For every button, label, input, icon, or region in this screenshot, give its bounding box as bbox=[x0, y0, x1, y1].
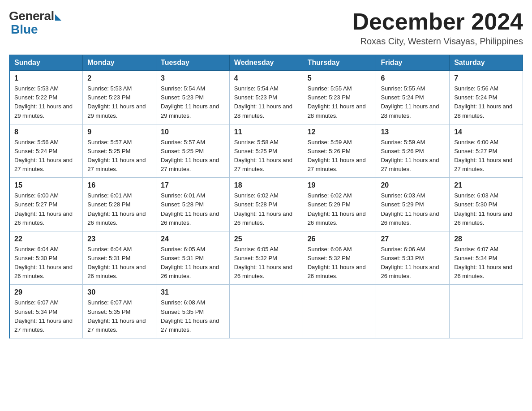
sunset-label: Sunset: 5:35 PM bbox=[87, 308, 130, 315]
daylight-label: Daylight: 11 hours and 26 minutes. bbox=[454, 264, 512, 279]
day-number: 31 bbox=[161, 288, 225, 296]
day-info: Sunrise: 6:08 AM Sunset: 5:35 PM Dayligh… bbox=[161, 298, 225, 334]
logo-general-text: General bbox=[9, 9, 54, 23]
sunset-label: Sunset: 5:32 PM bbox=[308, 255, 351, 261]
day-number: 27 bbox=[381, 235, 445, 243]
sunrise-label: Sunrise: 5:54 AM bbox=[161, 85, 205, 92]
sunrise-label: Sunrise: 5:59 AM bbox=[308, 139, 352, 146]
calendar-cell: 25 Sunrise: 6:05 AM Sunset: 5:32 PM Dayl… bbox=[229, 231, 303, 285]
calendar-week-row: 8 Sunrise: 5:56 AM Sunset: 5:24 PM Dayli… bbox=[9, 124, 523, 178]
sunset-label: Sunset: 5:24 PM bbox=[14, 148, 57, 154]
calendar-week-row: 15 Sunrise: 6:00 AM Sunset: 5:27 PM Dayl… bbox=[9, 178, 523, 231]
sunrise-label: Sunrise: 5:53 AM bbox=[87, 85, 132, 92]
sunrise-label: Sunrise: 5:59 AM bbox=[381, 139, 425, 146]
day-info: Sunrise: 6:02 AM Sunset: 5:28 PM Dayligh… bbox=[234, 191, 298, 227]
daylight-label: Daylight: 11 hours and 26 minutes. bbox=[87, 210, 146, 226]
sunrise-label: Sunrise: 5:57 AM bbox=[87, 139, 132, 146]
calendar-cell: 22 Sunrise: 6:04 AM Sunset: 5:30 PM Dayl… bbox=[9, 231, 83, 285]
daylight-label: Daylight: 11 hours and 27 minutes. bbox=[14, 317, 73, 333]
logo-triangle-icon bbox=[55, 14, 61, 21]
day-number: 10 bbox=[161, 128, 225, 136]
daylight-label: Daylight: 11 hours and 26 minutes. bbox=[87, 264, 146, 279]
sunset-label: Sunset: 5:28 PM bbox=[161, 201, 204, 208]
calendar-cell: 2 Sunrise: 5:53 AM Sunset: 5:23 PM Dayli… bbox=[83, 71, 156, 124]
day-number: 16 bbox=[87, 181, 151, 189]
day-number: 18 bbox=[234, 181, 298, 189]
daylight-label: Daylight: 11 hours and 28 minutes. bbox=[381, 103, 439, 119]
day-number: 14 bbox=[454, 128, 518, 136]
calendar-cell: 7 Sunrise: 5:56 AM Sunset: 5:24 PM Dayli… bbox=[450, 71, 523, 124]
title-area: December 2024 Roxas City, Western Visaya… bbox=[352, 9, 523, 47]
daylight-label: Daylight: 11 hours and 26 minutes. bbox=[308, 264, 366, 279]
calendar-cell: 14 Sunrise: 6:00 AM Sunset: 5:27 PM Dayl… bbox=[450, 124, 523, 178]
sunset-label: Sunset: 5:26 PM bbox=[308, 148, 351, 154]
calendar-cell: 12 Sunrise: 5:59 AM Sunset: 5:26 PM Dayl… bbox=[303, 124, 376, 178]
sunrise-label: Sunrise: 5:55 AM bbox=[308, 85, 352, 92]
calendar-cell: 31 Sunrise: 6:08 AM Sunset: 5:35 PM Dayl… bbox=[156, 285, 230, 338]
daylight-label: Daylight: 11 hours and 26 minutes. bbox=[234, 210, 292, 226]
daylight-label: Daylight: 11 hours and 29 minutes. bbox=[87, 103, 146, 119]
day-number: 25 bbox=[234, 235, 298, 243]
calendar-cell: 15 Sunrise: 6:00 AM Sunset: 5:27 PM Dayl… bbox=[9, 178, 83, 231]
day-info: Sunrise: 5:58 AM Sunset: 5:25 PM Dayligh… bbox=[234, 138, 298, 174]
day-info: Sunrise: 5:53 AM Sunset: 5:23 PM Dayligh… bbox=[87, 84, 151, 120]
daylight-label: Daylight: 11 hours and 26 minutes. bbox=[454, 210, 512, 226]
day-info: Sunrise: 5:57 AM Sunset: 5:25 PM Dayligh… bbox=[87, 138, 151, 174]
day-number: 21 bbox=[454, 181, 518, 189]
calendar-cell: 23 Sunrise: 6:04 AM Sunset: 5:31 PM Dayl… bbox=[83, 231, 156, 285]
month-year-title: December 2024 bbox=[352, 9, 523, 34]
day-number: 23 bbox=[87, 235, 151, 243]
logo-blue-text: Blue bbox=[11, 22, 38, 37]
calendar-week-row: 22 Sunrise: 6:04 AM Sunset: 5:30 PM Dayl… bbox=[9, 231, 523, 285]
calendar-table: SundayMondayTuesdayWednesdayThursdayFrid… bbox=[9, 55, 523, 338]
daylight-label: Daylight: 11 hours and 26 minutes. bbox=[234, 264, 292, 279]
day-info: Sunrise: 5:57 AM Sunset: 5:25 PM Dayligh… bbox=[161, 138, 225, 174]
day-info: Sunrise: 6:01 AM Sunset: 5:28 PM Dayligh… bbox=[161, 191, 225, 227]
day-info: Sunrise: 6:01 AM Sunset: 5:28 PM Dayligh… bbox=[87, 191, 151, 227]
day-of-week-header: Tuesday bbox=[156, 55, 230, 71]
calendar-cell: 24 Sunrise: 6:05 AM Sunset: 5:31 PM Dayl… bbox=[156, 231, 230, 285]
daylight-label: Daylight: 11 hours and 27 minutes. bbox=[454, 157, 512, 172]
logo: General Blue bbox=[9, 9, 61, 37]
daylight-label: Daylight: 11 hours and 29 minutes. bbox=[161, 103, 219, 119]
sunrise-label: Sunrise: 5:56 AM bbox=[14, 139, 59, 146]
calendar-cell: 1 Sunrise: 5:53 AM Sunset: 5:22 PM Dayli… bbox=[9, 71, 83, 124]
calendar-cell: 18 Sunrise: 6:02 AM Sunset: 5:28 PM Dayl… bbox=[229, 178, 303, 231]
calendar-cell: 30 Sunrise: 6:07 AM Sunset: 5:35 PM Dayl… bbox=[83, 285, 156, 338]
day-number: 29 bbox=[14, 288, 78, 296]
sunset-label: Sunset: 5:32 PM bbox=[234, 255, 277, 261]
daylight-label: Daylight: 11 hours and 27 minutes. bbox=[14, 157, 73, 172]
daylight-label: Daylight: 11 hours and 26 minutes. bbox=[308, 210, 366, 226]
day-number: 26 bbox=[308, 235, 372, 243]
daylight-label: Daylight: 11 hours and 26 minutes. bbox=[381, 210, 439, 226]
day-info: Sunrise: 6:03 AM Sunset: 5:29 PM Dayligh… bbox=[381, 191, 445, 227]
day-info: Sunrise: 5:56 AM Sunset: 5:24 PM Dayligh… bbox=[14, 138, 78, 174]
calendar-cell: 13 Sunrise: 5:59 AM Sunset: 5:26 PM Dayl… bbox=[376, 124, 450, 178]
sunrise-label: Sunrise: 5:54 AM bbox=[234, 85, 279, 92]
sunset-label: Sunset: 5:25 PM bbox=[161, 148, 204, 154]
sunrise-label: Sunrise: 6:03 AM bbox=[454, 192, 498, 199]
calendar-cell: 26 Sunrise: 6:06 AM Sunset: 5:32 PM Dayl… bbox=[303, 231, 376, 285]
day-info: Sunrise: 6:07 AM Sunset: 5:34 PM Dayligh… bbox=[14, 298, 78, 334]
day-number: 9 bbox=[87, 128, 151, 136]
day-info: Sunrise: 6:05 AM Sunset: 5:32 PM Dayligh… bbox=[234, 245, 298, 281]
day-number: 24 bbox=[161, 235, 225, 243]
day-info: Sunrise: 6:02 AM Sunset: 5:29 PM Dayligh… bbox=[308, 191, 372, 227]
day-info: Sunrise: 5:53 AM Sunset: 5:22 PM Dayligh… bbox=[14, 84, 78, 120]
sunrise-label: Sunrise: 6:07 AM bbox=[14, 299, 59, 306]
calendar-cell: 27 Sunrise: 6:06 AM Sunset: 5:33 PM Dayl… bbox=[376, 231, 450, 285]
sunrise-label: Sunrise: 6:02 AM bbox=[308, 192, 352, 199]
daylight-label: Daylight: 11 hours and 27 minutes. bbox=[161, 317, 219, 333]
day-of-week-header: Saturday bbox=[450, 55, 523, 71]
day-of-week-header: Thursday bbox=[303, 55, 376, 71]
day-of-week-header: Friday bbox=[376, 55, 450, 71]
daylight-label: Daylight: 11 hours and 27 minutes. bbox=[308, 157, 366, 172]
sunset-label: Sunset: 5:25 PM bbox=[234, 148, 277, 154]
sunrise-label: Sunrise: 5:53 AM bbox=[14, 85, 59, 92]
day-number: 5 bbox=[308, 74, 372, 82]
sunset-label: Sunset: 5:25 PM bbox=[87, 148, 130, 154]
daylight-label: Daylight: 11 hours and 26 minutes. bbox=[161, 264, 219, 279]
day-info: Sunrise: 6:07 AM Sunset: 5:35 PM Dayligh… bbox=[87, 298, 151, 334]
day-info: Sunrise: 6:07 AM Sunset: 5:34 PM Dayligh… bbox=[454, 245, 518, 281]
daylight-label: Daylight: 11 hours and 26 minutes. bbox=[14, 210, 73, 226]
